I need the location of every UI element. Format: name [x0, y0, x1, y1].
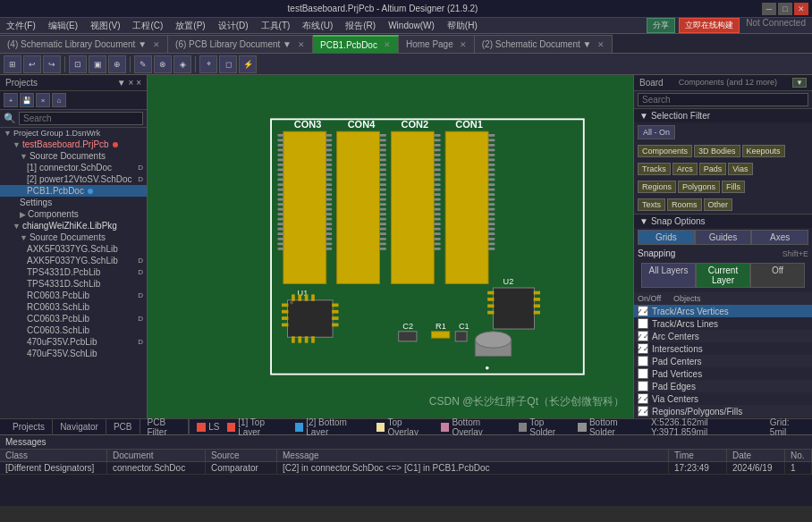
snap-tab-guides[interactable]: Guides — [695, 230, 752, 245]
panel-close-btn[interactable]: × — [36, 93, 50, 107]
snap-row-pad-centers[interactable]: Pad Centers — [634, 355, 812, 367]
filter-other[interactable]: Other — [704, 198, 733, 211]
toolbar-btn-10[interactable]: ⌖ — [199, 55, 217, 73]
tree-axk-sch[interactable]: AXK5F0337YG.SchLib — [0, 243, 147, 255]
tree-pcb1[interactable]: PCB1.PcbDoc — [0, 185, 147, 197]
filter-all-on[interactable]: All - On — [638, 125, 675, 139]
tab-close-icon[interactable]: ✕ — [298, 40, 305, 49]
tab-schematic-lib[interactable]: (4) Schematic Library Document ▼ ✕ — [0, 35, 168, 53]
snap-row-intersections[interactable]: ✓ Intersections — [634, 342, 812, 355]
snap-check[interactable]: ✓ — [638, 306, 648, 316]
tree-components[interactable]: ▶ Components — [0, 208, 147, 220]
toolbar-btn-6[interactable]: ⊕ — [108, 55, 126, 73]
search-input[interactable] — [19, 112, 143, 125]
layer-bottom-overlay[interactable]: Bottom Overlay — [441, 417, 512, 437]
snap-row-regions[interactable]: ✓ Regions/Polygons/Fills — [634, 405, 812, 417]
snap-tab-axes[interactable]: Axes — [751, 230, 808, 245]
minimize-button[interactable]: ─ — [762, 3, 776, 15]
tab-close-icon[interactable]: ✕ — [460, 40, 467, 49]
tab-projects[interactable]: Projects — [5, 419, 53, 435]
filter-fills[interactable]: Fills — [722, 181, 745, 193]
tree-rc-sch[interactable]: RC0603.SchLib — [0, 301, 147, 313]
filter-button[interactable]: ▼ — [792, 78, 807, 88]
filter-components[interactable]: Components — [638, 145, 692, 157]
tab-close-icon[interactable]: ✕ — [597, 40, 605, 49]
filter-regions[interactable]: Regions — [638, 181, 676, 193]
toolbar-btn-3[interactable]: ↪ — [43, 55, 61, 73]
menu-view[interactable]: 视图(V) — [88, 20, 123, 32]
toolbar-btn-4[interactable]: ⊡ — [69, 55, 87, 73]
snap-options-header[interactable]: ▼ Snap Options — [634, 215, 812, 228]
tab-pcb[interactable]: PCB — [106, 419, 140, 435]
tree-rc-pcb[interactable]: RC0603.PcbLib D — [0, 290, 147, 301]
layer-bottom-solder[interactable]: Bottom Solder — [578, 417, 644, 437]
tree-settings[interactable]: Settings — [0, 197, 147, 208]
panel-save-btn[interactable]: 💾 — [20, 93, 34, 107]
tree-project-group[interactable]: ▼ Project Group 1.DsnWrk — [0, 128, 147, 139]
tab-close-icon[interactable]: ✕ — [153, 40, 160, 49]
layer-top-overlay[interactable]: Top Overlay — [376, 417, 434, 437]
toolbar-btn-1[interactable]: ⊞ — [4, 55, 21, 73]
snap-check[interactable]: ✓ — [638, 343, 648, 354]
filter-polygons[interactable]: Polygons — [678, 181, 720, 193]
menu-tools[interactable]: 工具(T) — [258, 20, 293, 32]
filter-arcs[interactable]: Arcs — [672, 163, 698, 175]
layer-top-solder[interactable]: Top Solder — [519, 417, 571, 437]
panel-home-btn[interactable]: ⌂ — [52, 93, 66, 107]
tab-pcb-lib[interactable]: (6) PCB Library Document ▼ ✕ — [168, 35, 313, 53]
tab-close-icon[interactable]: ✕ — [384, 40, 391, 49]
snap-row-track-lines[interactable]: Track/Arcs Lines — [634, 317, 812, 330]
layer-tab-all[interactable]: All Layers — [641, 263, 696, 288]
snap-check[interactable]: ✓ — [638, 331, 648, 341]
menu-project[interactable]: 工程(C) — [130, 20, 165, 32]
tree-connector-sch[interactable]: [1] connector.SchDoc D — [0, 162, 147, 173]
tree-lib-source[interactable]: ▼ Source Documents — [0, 232, 147, 243]
menu-design[interactable]: 设计(D) — [216, 20, 251, 32]
tree-libpkg[interactable]: ▼ chiangWeiZhiKe.LibPkg — [0, 220, 147, 232]
snap-row-pad-edges[interactable]: Pad Edges — [634, 380, 812, 392]
filter-pads[interactable]: Pads — [699, 163, 727, 175]
snap-check[interactable]: ✓ — [638, 406, 648, 417]
snap-tab-grids[interactable]: Grids — [638, 230, 695, 245]
layer-tab-off[interactable]: Off — [750, 263, 805, 288]
toolbar-btn-5[interactable]: ▣ — [89, 55, 106, 73]
snap-row-pad-vertices[interactable]: Pad Vertices — [634, 367, 812, 380]
snap-row-track-vertices[interactable]: ✓ Track/Arcs Vertices — [634, 305, 812, 317]
tree-axk-pcb[interactable]: AXK5F0337YG.SchLib D — [0, 255, 147, 266]
online-button[interactable]: 立即在线构建 — [679, 18, 740, 33]
tree-project[interactable]: ▼ testBaseboard.PrjPcb — [0, 139, 147, 150]
tree-cc-pcb[interactable]: CC0603.PcbLib D — [0, 313, 147, 324]
menu-help[interactable]: 帮助(H) — [444, 20, 480, 32]
tree-470uf-pcb[interactable]: 470uF35V.PcbLib D — [0, 336, 147, 348]
tree-power-sch[interactable]: [2] power12VtoSV.SchDoc D — [0, 173, 147, 185]
filter-texts[interactable]: Texts — [638, 198, 665, 211]
tab-home[interactable]: Home Page ✕ — [399, 35, 475, 53]
close-button[interactable]: ✕ — [794, 3, 808, 15]
tab-pcb-filter[interactable]: PCB Filter — [140, 419, 190, 435]
menu-place[interactable]: 放置(P) — [173, 20, 207, 32]
toolbar-btn-7[interactable]: ✎ — [134, 55, 152, 73]
toolbar-btn-11[interactable]: ◻ — [219, 55, 237, 73]
toolbar-btn-12[interactable]: ⚡ — [239, 55, 257, 73]
panel-add-btn[interactable]: + — [4, 93, 18, 107]
menu-report[interactable]: 报告(R) — [343, 20, 378, 32]
snap-check[interactable]: ✓ — [638, 393, 648, 404]
pcb-canvas[interactable]: CON3 — [148, 75, 633, 418]
message-row[interactable]: [Different Designators] connector.SchDoc… — [0, 462, 812, 475]
tree-source-docs[interactable]: ▼ Source Documents — [0, 150, 147, 162]
tree-tps-sch[interactable]: TPS4331D.SchLib — [0, 278, 147, 290]
filter-3d-bodies[interactable]: 3D Bodies — [694, 145, 740, 157]
snap-check[interactable] — [638, 368, 648, 379]
toolbar-btn-8[interactable]: ⊗ — [154, 55, 172, 73]
filter-tracks[interactable]: Tracks — [638, 163, 671, 175]
filter-keepouts[interactable]: Keepouts — [742, 145, 785, 157]
toolbar-btn-9[interactable]: ◈ — [173, 55, 191, 73]
layer-tab-current[interactable]: Current Layer — [696, 263, 750, 288]
menu-route[interactable]: 布线(U) — [300, 20, 335, 32]
layer-top[interactable]: [1] Top Layer — [227, 417, 288, 437]
snap-row-via-centers[interactable]: ✓ Via Centers — [634, 392, 812, 405]
toolbar-btn-2[interactable]: ↩ — [23, 55, 41, 73]
tab-schematic[interactable]: (2) Schematic Document ▼ ✕ — [475, 35, 613, 53]
tree-tps-pcb[interactable]: TPS4331D.PcbLib D — [0, 266, 147, 278]
snap-check[interactable] — [638, 381, 648, 392]
